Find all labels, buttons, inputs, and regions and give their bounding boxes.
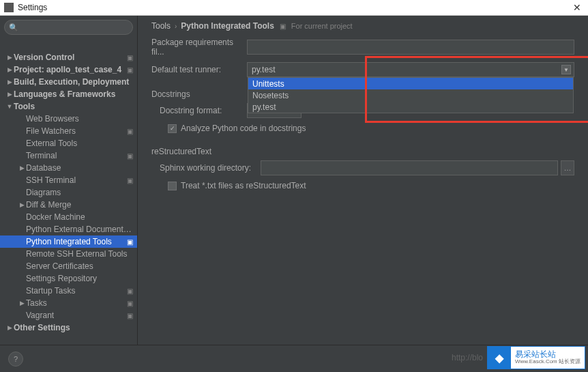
dropdown-option[interactable]: py.test: [248, 101, 573, 113]
tree-item-label: Vagrant: [26, 311, 124, 320]
breadcrumb: Tools › Python Integrated Tools ▣ For cu…: [151, 21, 574, 31]
tree-item-label: Diff & Merge: [26, 200, 133, 210]
tree-item[interactable]: Terminal▣: [0, 149, 137, 162]
breadcrumb-root[interactable]: Tools: [151, 21, 171, 31]
tree-item-label: Languages & Frameworks: [14, 89, 133, 99]
project-scope-icon: ▣: [127, 287, 133, 295]
help-button[interactable]: ?: [8, 352, 23, 367]
expand-icon[interactable]: ▶: [5, 66, 14, 73]
sphinx-input[interactable]: [261, 160, 558, 175]
chevron-right-icon: ›: [175, 23, 177, 30]
tree-item-label: Settings Repository: [26, 274, 133, 283]
watermark: http://blo ◆ 易采站长站 Www.Easck.Com 站长资源: [452, 346, 585, 369]
tree-item[interactable]: Diagrams: [0, 186, 137, 199]
tree-item-label: Startup Tasks: [26, 286, 124, 296]
tree-item[interactable]: ▶Version Control▣: [0, 51, 137, 63]
tree-item[interactable]: ▶Languages & Frameworks: [0, 88, 137, 100]
breadcrumb-current: Python Integrated Tools: [181, 21, 274, 31]
pkg-req-input[interactable]: [247, 40, 574, 55]
tree-item-label: Project: apollo_test_case_4: [14, 65, 124, 74]
tree-item[interactable]: Startup Tasks▣: [0, 285, 137, 297]
watermark-sub: Www.Easck.Com 站长资源: [515, 359, 580, 365]
expand-icon[interactable]: ▶: [18, 164, 26, 171]
expand-icon[interactable]: ▶: [5, 54, 14, 61]
tree-item[interactable]: Vagrant▣: [0, 309, 137, 321]
tree-item-label: Python Integrated Tools: [26, 237, 124, 246]
project-scope-icon: ▣: [127, 54, 133, 61]
project-scope-icon: ▣: [127, 152, 133, 160]
expand-icon[interactable]: ▶: [5, 324, 14, 331]
tree-item[interactable]: ▶Build, Execution, Deployment: [0, 76, 137, 88]
tree-item-label: Database: [26, 163, 133, 173]
test-runner-options: UnittestsNosetestspy.test: [248, 77, 574, 113]
project-scope-icon: ▣: [127, 300, 133, 307]
tree-item-label: File Watchers: [26, 126, 124, 136]
tree-item-label: Tools: [14, 102, 133, 111]
settings-sidebar: 🔍 ▶Version Control▣▶Project: apollo_test…: [0, 16, 138, 345]
tree-item-label: External Tools: [26, 139, 133, 148]
tree-item[interactable]: Remote SSH External Tools: [0, 248, 137, 260]
project-scope-icon: ▣: [127, 66, 133, 74]
app-icon: [4, 3, 14, 12]
expand-icon[interactable]: ▶: [18, 300, 26, 306]
treat-txt-checkbox[interactable]: [168, 182, 177, 190]
treat-txt-label: Treat *.txt files as reStructuredText: [181, 181, 306, 190]
tree-item-label: Web Browsers: [26, 114, 133, 124]
tree-item[interactable]: External Tools: [0, 137, 137, 149]
rst-section: reStructuredText: [151, 147, 574, 156]
tree-item[interactable]: Settings Repository: [0, 272, 137, 285]
tree-item[interactable]: ▶Database: [0, 162, 137, 174]
expand-icon[interactable]: ▶: [5, 78, 14, 85]
project-scope-icon: ▣: [127, 238, 133, 246]
collapse-icon[interactable]: ▼: [5, 103, 14, 110]
tree-item-label: Build, Execution, Deployment: [14, 77, 133, 87]
tree-item-label: Docker Machine: [26, 212, 133, 222]
test-runner-dropdown[interactable]: py.test ▼ UnittestsNosetestspy.test: [247, 62, 574, 77]
tree-item[interactable]: Web Browsers: [0, 113, 137, 125]
tree-item[interactable]: Docker Machine: [0, 211, 137, 223]
search-icon: 🔍: [9, 23, 18, 32]
browse-button[interactable]: …: [561, 160, 574, 175]
pkg-req-label: Package requirements fil...: [151, 38, 247, 57]
expand-icon[interactable]: ▶: [5, 91, 14, 98]
tree-item-label: Diagrams: [26, 188, 133, 197]
watermark-icon: ◆: [488, 347, 511, 369]
tree-item[interactable]: ▼Tools: [0, 100, 137, 113]
settings-tree: ▶Version Control▣▶Project: apollo_test_c…: [0, 39, 137, 345]
tree-item[interactable]: [0, 39, 137, 51]
docstring-format-label: Docstring format:: [151, 106, 247, 115]
chevron-down-icon[interactable]: ▼: [561, 65, 571, 74]
test-runner-label: Default test runner:: [151, 65, 247, 74]
tree-item[interactable]: ▶Diff & Merge: [0, 199, 137, 211]
analyze-checkbox[interactable]: ✓: [168, 124, 177, 133]
tree-item[interactable]: ▶Other Settings: [0, 321, 137, 334]
sphinx-label: Sphinx working directory:: [151, 163, 261, 173]
tree-item-label: Server Certificates: [26, 261, 133, 271]
close-icon[interactable]: ✕: [570, 2, 584, 13]
tree-item-label: Terminal: [26, 151, 124, 160]
titlebar: Settings ✕: [0, 0, 588, 16]
tree-item-label: Other Settings: [14, 323, 133, 332]
search-input[interactable]: 🔍: [4, 20, 133, 35]
tree-item[interactable]: Python Integrated Tools▣: [0, 235, 137, 248]
tree-item[interactable]: Python External Documentation: [0, 223, 137, 235]
tree-item-label: SSH Terminal: [26, 175, 124, 185]
expand-icon[interactable]: ▶: [18, 201, 26, 208]
project-scope-icon: ▣: [280, 23, 286, 30]
breadcrumb-scope: For current project: [291, 22, 353, 30]
tree-item[interactable]: File Watchers▣: [0, 125, 137, 137]
dropdown-option[interactable]: Nosetests: [248, 89, 573, 101]
project-scope-icon: ▣: [127, 177, 133, 184]
test-runner-value: py.test: [252, 65, 275, 74]
dropdown-option[interactable]: Unittests: [248, 78, 573, 89]
tree-item-label: Remote SSH External Tools: [26, 249, 133, 259]
project-scope-icon: ▣: [127, 312, 133, 319]
tree-item[interactable]: ▶Project: apollo_test_case_4▣: [0, 63, 137, 76]
tree-item[interactable]: SSH Terminal▣: [0, 174, 137, 186]
tree-item[interactable]: Server Certificates: [0, 260, 137, 272]
tree-item[interactable]: ▶Tasks▣: [0, 297, 137, 309]
window-title: Settings: [18, 3, 570, 12]
tree-item-label: Version Control: [14, 53, 124, 62]
project-scope-icon: ▣: [127, 128, 133, 135]
settings-content: Tools › Python Integrated Tools ▣ For cu…: [138, 16, 588, 345]
